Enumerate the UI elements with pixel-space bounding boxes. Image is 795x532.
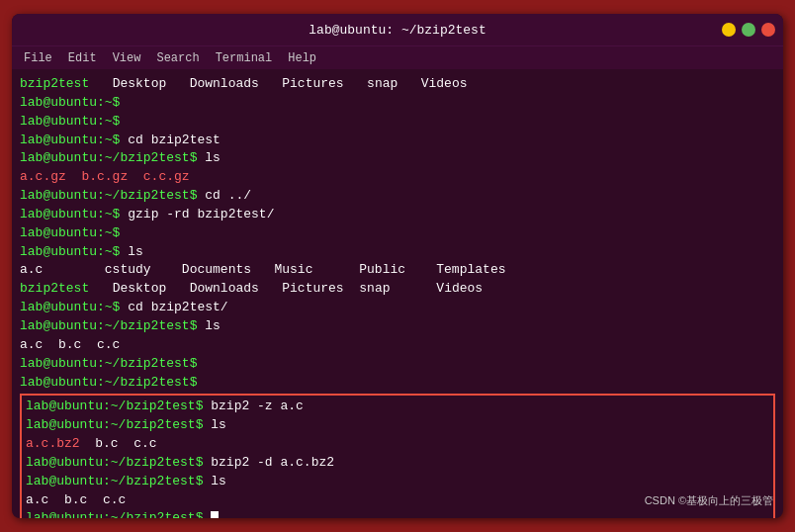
terminal-line: lab@ubuntu:~$ cd bzip2test/ bbox=[20, 299, 775, 317]
terminal-line: lab@ubuntu:~/bzip2test$ cd ../ bbox=[20, 187, 775, 206]
close-button[interactable] bbox=[761, 23, 775, 37]
terminal-line: lab@ubuntu:~$ bbox=[20, 113, 775, 132]
window-title: lab@ubuntu: ~/bzip2test bbox=[309, 23, 486, 38]
terminal-line: lab@ubuntu:~/bzip2test$ bbox=[26, 509, 769, 518]
terminal-line: bzip2test Desktop Downloads Pictures sna… bbox=[20, 75, 775, 94]
terminal-line: lab@ubuntu:~/bzip2test$ ls bbox=[26, 416, 769, 435]
terminal-line: a.c b.c c.c bbox=[20, 336, 775, 355]
menu-help[interactable]: Help bbox=[282, 49, 322, 67]
terminal-line: lab@ubuntu:~/bzip2test$ ls bbox=[20, 149, 775, 168]
terminal-body[interactable]: bzip2test Desktop Downloads Pictures sna… bbox=[12, 69, 783, 518]
terminal-line: lab@ubuntu:~$ ls bbox=[20, 243, 775, 262]
menu-terminal[interactable]: Terminal bbox=[210, 49, 279, 67]
menu-view[interactable]: View bbox=[107, 49, 147, 67]
terminal-line: lab@ubuntu:~/bzip2test$ ls bbox=[26, 473, 769, 491]
menu-bar: File Edit View Search Terminal Help bbox=[12, 45, 783, 69]
terminal-cursor bbox=[211, 511, 219, 518]
terminal-window: lab@ubuntu: ~/bzip2test File Edit View S… bbox=[12, 14, 783, 518]
terminal-line: lab@ubuntu:~/bzip2test$ ls bbox=[20, 317, 775, 336]
menu-file[interactable]: File bbox=[18, 49, 58, 67]
menu-search[interactable]: Search bbox=[150, 49, 205, 67]
minimize-button[interactable] bbox=[722, 23, 736, 37]
terminal-line: bzip2test Desktop Downloads Pictures sna… bbox=[20, 280, 775, 299]
terminal-line: lab@ubuntu:~$ cd bzip2test bbox=[20, 132, 775, 150]
terminal-line: lab@ubuntu:~$ bbox=[20, 94, 775, 113]
terminal-line: lab@ubuntu:~$ gzip -rd bzip2test/ bbox=[20, 206, 775, 224]
terminal-line: lab@ubuntu:~/bzip2test$ bbox=[20, 355, 775, 374]
window-controls bbox=[722, 23, 775, 37]
menu-edit[interactable]: Edit bbox=[62, 49, 103, 67]
title-bar: lab@ubuntu: ~/bzip2test bbox=[12, 14, 783, 45]
terminal-line: lab@ubuntu:~$ bbox=[20, 224, 775, 243]
terminal-line: a.c cstudy Documents Music Public Templa… bbox=[20, 261, 775, 280]
terminal-line: a.c.gz b.c.gz c.c.gz bbox=[20, 168, 775, 187]
watermark: CSDN ©基极向上的三极管 bbox=[645, 493, 773, 508]
maximize-button[interactable] bbox=[742, 23, 755, 37]
terminal-line: lab@ubuntu:~/bzip2test$ bzip2 -d a.c.bz2 bbox=[26, 454, 769, 473]
terminal-line: a.c.bz2 b.c c.c bbox=[26, 435, 769, 454]
terminal-line: lab@ubuntu:~/bzip2test$ bzip2 -z a.c bbox=[26, 398, 769, 416]
terminal-line: lab@ubuntu:~/bzip2test$ bbox=[20, 374, 775, 393]
